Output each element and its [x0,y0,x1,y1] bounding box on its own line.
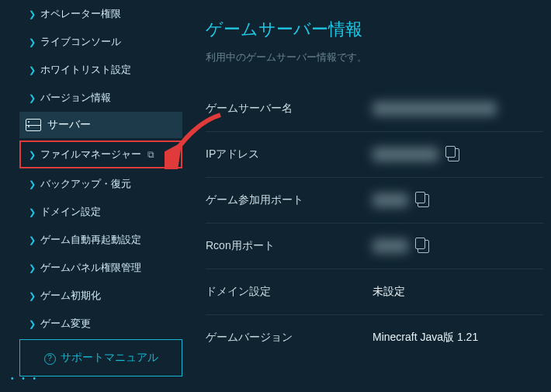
sidebar-section-server[interactable]: サーバー [19,112,182,139]
sidebar-item-label: ライブコンソール [40,35,121,49]
row-value: x [373,102,497,116]
support-label: サポートマニュアル [61,351,158,363]
masked-value: x [373,239,408,253]
row-label: IPアドレス [206,147,373,161]
info-row-server-name: ゲームサーバー名 x [206,86,543,132]
row-value: x [373,147,459,161]
sidebar-item-game-init[interactable]: ❯ ゲーム初期化 [19,282,182,310]
copy-icon[interactable] [418,240,429,253]
sidebar-item-label: ゲームパネル権限管理 [40,261,141,275]
sidebar-item-label: ゲーム変更 [40,317,91,331]
sidebar-item-whitelist[interactable]: ❯ ホワイトリスト設定 [19,56,182,84]
support-manual-button[interactable]: ?サポートマニュアル [19,339,182,376]
section-label: サーバー [47,118,91,132]
chevron-right-icon: ❯ [29,207,36,217]
masked-value: x [373,102,497,116]
chevron-right-icon: ❯ [29,179,36,189]
copy-icon[interactable] [418,194,429,207]
page-subtitle: 利用中のゲームサーバー情報です。 [206,50,543,64]
row-label: ゲームバージョン [206,331,373,345]
chevron-right-icon: ❯ [29,263,36,273]
row-label: ゲーム参加用ポート [206,193,373,207]
row-value: x [373,193,429,207]
sidebar-item-file-manager[interactable]: ❯ ファイルマネージャー ⧉ [19,140,182,168]
sidebar-item-label: ホワイトリスト設定 [40,63,131,77]
chevron-right-icon: ❯ [29,65,36,75]
pagination-dots: • • • [11,374,39,383]
row-value: 未設定 [373,285,405,299]
sidebar-item-panel-perms[interactable]: ❯ ゲームパネル権限管理 [19,254,182,282]
help-icon: ? [44,353,56,365]
sidebar-item-game-change[interactable]: ❯ ゲーム変更 [19,310,182,338]
page-title: ゲームサーバー情報 [206,0,543,50]
chevron-right-icon: ❯ [29,291,36,301]
sidebar-item-operator-perms[interactable]: ❯ オペレーター権限 [19,0,182,28]
row-value: Minecraft Java版 1.21 [373,331,478,345]
sidebar-item-label: バックアップ・復元 [40,177,131,191]
chevron-right-icon: ❯ [29,235,36,245]
sidebar: ❯ オペレーター権限 ❯ ライブコンソール ❯ ホワイトリスト設定 ❯ バージョ… [19,0,182,392]
sidebar-item-domain[interactable]: ❯ ドメイン設定 [19,198,182,226]
sidebar-item-version-info[interactable]: ❯ バージョン情報 [19,84,182,112]
sidebar-item-label: ドメイン設定 [40,205,101,219]
sidebar-item-auto-restart[interactable]: ❯ ゲーム自動再起動設定 [19,226,182,254]
main-content: ゲームサーバー情報 利用中のゲームサーバー情報です。 ゲームサーバー名 x IP… [206,0,543,392]
row-label: Rcon用ポート [206,239,373,253]
chevron-right-icon: ❯ [29,93,36,103]
chevron-right-icon: ❯ [29,9,36,19]
info-row-game-version: ゲームバージョン Minecraft Java版 1.21 [206,315,543,360]
masked-value: x [373,193,408,207]
sidebar-item-live-console[interactable]: ❯ ライブコンソール [19,28,182,56]
info-row-rcon-port: Rcon用ポート x [206,224,543,269]
chevron-right-icon: ❯ [29,37,36,47]
external-link-icon: ⧉ [147,149,154,160]
sidebar-item-label: ファイルマネージャー [40,147,141,161]
sidebar-item-label: バージョン情報 [40,91,111,105]
masked-value: x [373,147,438,161]
info-row-ip: IPアドレス x [206,132,543,178]
copy-icon[interactable] [448,148,459,161]
sidebar-item-backup-restore[interactable]: ❯ バックアップ・復元 [19,170,182,198]
chevron-right-icon: ❯ [29,319,36,329]
row-label: ドメイン設定 [206,285,373,299]
row-label: ゲームサーバー名 [206,102,373,116]
sidebar-item-label: ゲーム自動再起動設定 [40,233,141,247]
info-row-domain: ドメイン設定 未設定 [206,269,543,315]
sidebar-item-label: ゲーム初期化 [40,289,101,303]
info-row-game-port: ゲーム参加用ポート x [206,178,543,224]
row-value: x [373,239,429,253]
server-icon [26,119,41,131]
chevron-right-icon: ❯ [29,150,36,160]
sidebar-item-label: オペレーター権限 [40,7,121,21]
